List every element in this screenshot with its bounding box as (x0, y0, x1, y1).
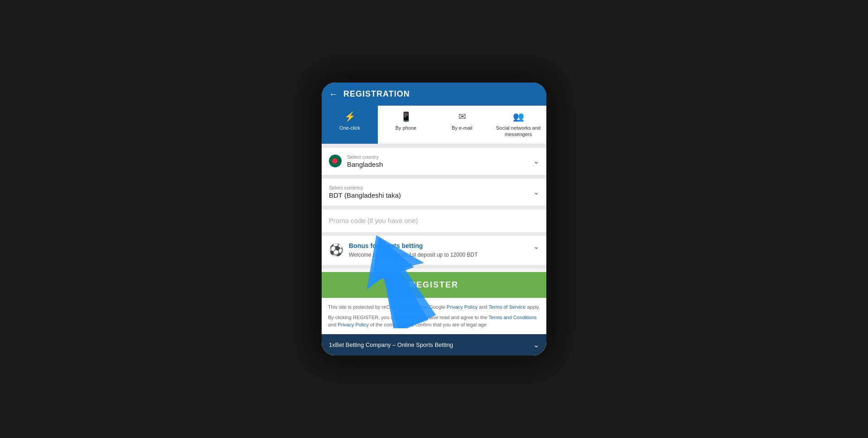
terms-of-service-link[interactable]: Terms of Service (488, 304, 526, 310)
bonus-content: Bonus for sports betting Welcome bonus o… (349, 242, 478, 259)
currency-content: Select currency BDT (Bangladeshi taka) (329, 185, 401, 199)
legal-text-2: and (479, 304, 488, 310)
country-label: Select country (347, 154, 383, 160)
divider-mid1 (322, 175, 546, 179)
footer-text: 1xBet Betting Company – Online Sports Be… (329, 341, 453, 348)
divider-mid2 (322, 206, 546, 209)
registration-form: Select country Bangladesh ⌄ Select curre… (322, 144, 546, 355)
terms-conditions-link[interactable]: Terms and Conditions (488, 315, 536, 320)
legal-text-6: of the company and confirm that you are … (370, 322, 487, 327)
country-chevron-icon: ⌄ (533, 157, 539, 165)
tab-by-phone[interactable]: 📱 By phone (378, 106, 434, 144)
country-field-left: Select country Bangladesh (329, 154, 533, 168)
divider-mid3 (322, 232, 546, 236)
tab-by-email-label: By e-mail (452, 125, 473, 131)
legal-text-4: By clicking REGISTER, you confirm that y… (328, 315, 488, 320)
tab-by-email[interactable]: ✉ By e-mail (434, 106, 490, 144)
phone-screen: ← REGISTRATION ⚡ One-click 📱 By phone ✉ … (322, 83, 546, 355)
flag-circle (332, 158, 338, 164)
bonus-description: Welcome bonus on your 1st deposit up to … (349, 251, 478, 259)
currency-chevron-icon: ⌄ (533, 188, 539, 196)
lightning-icon: ⚡ (344, 111, 356, 122)
bonus-title: Bonus for sports betting (349, 242, 478, 249)
country-value: Bangladesh (347, 161, 383, 168)
currency-field-left: Select currency BDT (Bangladeshi taka) (329, 185, 533, 199)
currency-label: Select currency (329, 185, 401, 190)
divider-top (322, 144, 546, 148)
tab-one-click-label: One-click (339, 125, 360, 131)
tab-one-click[interactable]: ⚡ One-click (322, 106, 378, 144)
registration-tabs: ⚡ One-click 📱 By phone ✉ By e-mail 👥 Soc… (322, 106, 546, 144)
bonus-left: ⚽ Bonus for sports betting Welcome bonus… (329, 242, 478, 259)
bonus-field[interactable]: ⚽ Bonus for sports betting Welcome bonus… (322, 236, 546, 265)
soccer-icon: ⚽ (329, 243, 343, 257)
phone-icon: 📱 (400, 111, 412, 122)
currency-field[interactable]: Select currency BDT (Bangladeshi taka) ⌄ (322, 179, 546, 206)
currency-value: BDT (Bangladeshi taka) (329, 191, 401, 199)
tab-social[interactable]: 👥 Social networks and messengers (490, 106, 546, 144)
legal-text-3: apply. (527, 304, 540, 310)
tab-by-phone-label: By phone (395, 125, 416, 131)
legal-text-5: and (328, 322, 338, 327)
privacy-policy-link[interactable]: Privacy Policy (447, 304, 477, 310)
promo-placeholder: Promo code (if you have one) (329, 217, 418, 224)
back-button[interactable]: ← (329, 89, 338, 99)
tab-social-label: Social networks and messengers (492, 125, 545, 138)
legal-text-1: This site is protected by reCAPTCHA and … (328, 304, 447, 310)
legal-text: This site is protected by reCAPTCHA and … (322, 298, 546, 334)
email-icon: ✉ (458, 111, 466, 122)
privacy-policy-link-2[interactable]: Privacy Policy (338, 322, 368, 327)
country-field[interactable]: Select country Bangladesh ⌄ (322, 148, 546, 175)
register-button[interactable]: REGISTER (322, 272, 546, 298)
country-content: Select country Bangladesh (347, 154, 383, 168)
promo-field[interactable]: Promo code (if you have one) (322, 209, 546, 232)
phone-device: ← REGISTRATION ⚡ One-click 📱 By phone ✉ … (316, 77, 552, 361)
page-title: REGISTRATION (343, 89, 410, 99)
bonus-chevron-icon: ⌄ (533, 242, 539, 251)
footer-chevron-icon: ⌄ (533, 341, 539, 349)
social-icon: 👥 (513, 111, 524, 122)
divider-mid4 (322, 265, 546, 268)
footer-bar[interactable]: 1xBet Betting Company – Online Sports Be… (322, 334, 546, 355)
bangladesh-flag-icon (329, 155, 342, 167)
page-header: ← REGISTRATION (322, 83, 546, 106)
